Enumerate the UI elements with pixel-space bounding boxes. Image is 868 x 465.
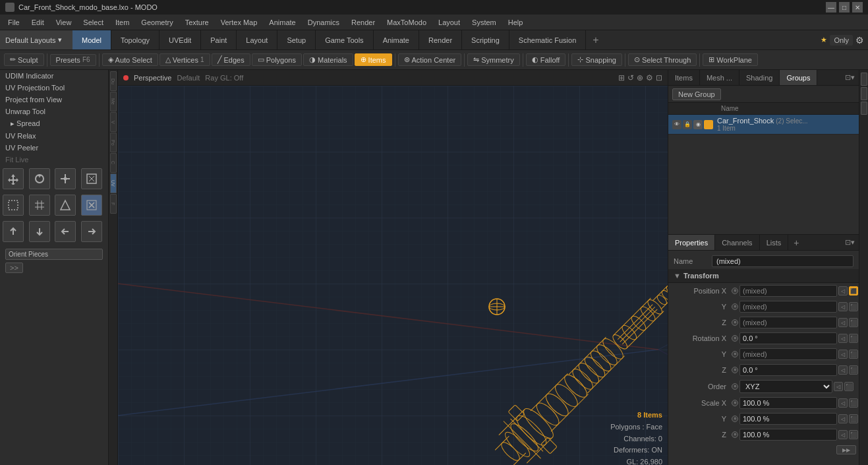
falloff-button[interactable]: ◐ Falloff [526,53,566,66]
layout-selector[interactable]: Default Layouts ▾ [0,30,72,49]
tool-udim-indicator[interactable]: UDIM Indicator [0,70,108,82]
side-btn-v[interactable]: V [110,112,117,132]
auto-select-button[interactable]: ◈ Auto Select [102,53,158,66]
pos-x-anim[interactable]: ◁ [838,286,848,295]
tab-animate[interactable]: Animate [374,30,419,49]
order-select[interactable]: XYZ XZY YXZ YZX ZXY ZYX [739,380,832,393]
transform-section-toggle[interactable]: ▼ Transform [668,269,859,283]
tab-setup[interactable]: Setup [277,30,316,49]
tab-layout[interactable]: Layout [237,30,277,49]
tab-settings-icon[interactable]: ⚙ [855,35,864,46]
symmetry-button[interactable]: ⇋ Symmetry [467,53,520,66]
menu-animate[interactable]: Animate [264,17,301,28]
tab-paint[interactable]: Paint [201,30,237,49]
snapping-button[interactable]: ⊹ Snapping [571,53,622,66]
pos-y-key[interactable]: ⬛ [849,302,858,311]
viewport-canvas[interactable]: X Y Z 8 Items Polygons : Face Channels: … [118,86,668,465]
tool-btn-left[interactable] [55,221,76,242]
tab-groups[interactable]: Groups [780,70,817,85]
tool-btn-transform[interactable] [81,168,102,189]
menu-layout[interactable]: Layout [433,17,465,28]
tool-fit-live[interactable]: Fit Live [0,154,108,166]
pos-x-key[interactable]: ⬛ [849,286,858,295]
tab-add-button[interactable]: + [586,30,605,49]
side-btn-f[interactable]: F [110,194,117,214]
position-z-input[interactable] [739,317,837,328]
order-key[interactable]: ⬛ [844,382,854,391]
tab-schematic-fusion[interactable]: Schematic Fusion [509,30,586,49]
scale-z-anim[interactable]: ◁ [838,430,848,439]
pos-y-dot[interactable]: ⚬ [732,303,738,310]
rotation-y-input[interactable] [739,348,837,360]
menu-geometry[interactable]: Geometry [136,17,178,28]
side-btn-po[interactable]: Po [110,133,117,152]
tab-shading[interactable]: Shading [739,70,780,85]
rot-y-anim[interactable]: ◁ [838,350,848,359]
tool-btn-scale[interactable] [55,168,76,189]
sculpt-button[interactable]: ✏ Sculpt [4,53,44,66]
tab-channels[interactable]: Channels [715,235,759,250]
tool-btn-rotate[interactable] [29,168,50,189]
scale-z-input[interactable] [739,429,837,441]
tool-unwrap[interactable]: Unwrap Tool [0,106,108,117]
tool-uv-projection[interactable]: UV Projection Tool [0,82,108,94]
tab-scripting[interactable]: Scripting [462,30,509,49]
rot-y-key[interactable]: ⬛ [849,350,858,359]
menu-vertex-map[interactable]: Vertex Map [216,17,263,28]
menu-maxtomodo[interactable]: MaxToModo [382,17,432,28]
right-bottom-expand[interactable]: ⊡ ▾ [841,235,859,250]
rot-x-key[interactable]: ⬛ [849,334,858,343]
tool-btn-move[interactable] [3,168,24,189]
scale-z-key[interactable]: ⬛ [849,430,858,439]
scale-x-input[interactable] [739,397,837,409]
workplane-button[interactable]: ⊞ WorkPlane [703,53,758,66]
scale-x-key[interactable]: ⬛ [849,398,858,408]
select-through-button[interactable]: ⊙ Select Through [628,53,697,66]
tab-uvedit[interactable]: UVEdit [159,30,201,49]
item-color-icon[interactable] [704,120,713,129]
maximize-button[interactable]: □ [839,2,850,13]
pos-y-anim[interactable]: ◁ [838,302,848,311]
right-top-expand[interactable]: ⊡ ▾ [841,70,859,85]
side-btn-me[interactable]: Me [110,92,117,111]
materials-button[interactable]: ◑ Materials [303,53,353,66]
vp-ctrl-refresh[interactable]: ↺ [627,73,634,82]
menu-edit[interactable]: Edit [26,17,49,28]
item-lock-icon[interactable]: 🔒 [683,120,692,129]
rotation-z-input[interactable] [739,364,837,376]
rot-z-key[interactable]: ⬛ [849,365,858,375]
item-row-car-front-shock[interactable]: 👁 🔒 ◉ Car_Front_Shock (2) Selec... 1 Ite… [668,115,859,135]
tab-properties[interactable]: Properties [668,235,715,250]
right-mini-btn-3[interactable] [861,102,867,115]
orient-pieces-button[interactable]: Orient Pieces [5,249,103,260]
tab-items[interactable]: Items [668,70,700,85]
order-anim[interactable]: ◁ [834,382,843,391]
tool-spread[interactable]: ▸ Spread [0,117,108,130]
tool-uv-peeler[interactable]: UV Peeler [0,142,108,154]
menu-system[interactable]: System [467,17,502,28]
tool-btn-right[interactable] [81,221,102,242]
rot-x-anim[interactable]: ◁ [838,334,848,343]
tool-btn-down[interactable] [29,221,50,242]
vertices-button[interactable]: △ Vertices 1 [159,53,210,66]
tool-btn-select-box[interactable] [3,195,24,216]
scale-y-key[interactable]: ⬛ [849,414,858,423]
tool-btn-grid[interactable] [29,195,50,216]
menu-item[interactable]: Item [110,17,134,28]
vp-ctrl-zoom[interactable]: ⊕ [637,73,643,82]
name-prop-input[interactable] [712,255,854,267]
new-group-button[interactable]: New Group [672,88,721,100]
scale-z-dot[interactable]: ⚬ [732,431,738,438]
position-x-input[interactable] [739,285,837,297]
tab-lists[interactable]: Lists [760,235,789,250]
props-expand-button[interactable]: ▶▶ [836,445,856,454]
rot-z-anim[interactable]: ◁ [838,365,848,375]
menu-render[interactable]: Render [346,17,380,28]
tool-btn-special[interactable] [81,195,102,216]
tab-game-tools[interactable]: Game Tools [316,30,374,49]
side-btn-c[interactable]: C [110,153,117,173]
menu-view[interactable]: View [51,17,77,28]
pos-z-anim[interactable]: ◁ [838,318,848,327]
tab-mesh[interactable]: Mesh ... [700,70,739,85]
vp-ctrl-expand[interactable]: ⊡ [656,73,662,82]
